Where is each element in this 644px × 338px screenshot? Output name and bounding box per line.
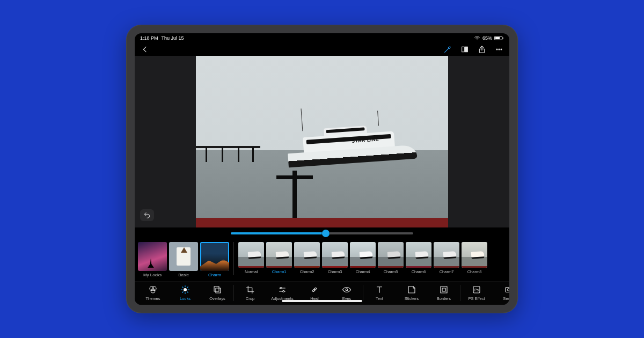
intensity-slider[interactable] (231, 232, 413, 234)
preset-thumb[interactable] (406, 242, 431, 268)
preset-charm8[interactable]: Charm8 (462, 242, 487, 274)
preset-label: Charm8 (467, 269, 482, 274)
tab-label: Stickers (405, 296, 419, 301)
home-indicator[interactable] (282, 300, 362, 302)
themes-icon (148, 285, 158, 295)
send-icon (504, 285, 509, 295)
undo-button[interactable] (140, 209, 154, 221)
preset-charm5[interactable]: Charm5 (378, 242, 404, 274)
preset-thumb[interactable] (378, 242, 404, 268)
status-date: Thu Jul 15 (162, 35, 184, 41)
status-time: 1:18 PM (140, 35, 158, 41)
tab-overlays[interactable]: Overlays (201, 282, 233, 305)
svg-point-17 (283, 291, 284, 292)
preset-thumb[interactable] (434, 242, 459, 268)
preset-charm6[interactable]: Charm6 (406, 242, 431, 274)
share-button[interactable] (477, 45, 487, 54)
preset-thumb[interactable] (266, 242, 292, 268)
svg-point-9 (501, 49, 502, 50)
tab-pseffect[interactable]: PsPS Effect (460, 282, 493, 305)
preset-thumb[interactable] (322, 242, 348, 268)
tab-looks[interactable]: Looks (169, 282, 201, 305)
tab-crop[interactable]: Crop (234, 282, 266, 305)
svg-point-0 (477, 39, 477, 40)
preset-charm3[interactable]: Charm3 (322, 242, 348, 274)
preset-label: Charm3 (328, 269, 342, 274)
preset-charm7[interactable]: Charm7 (434, 242, 459, 274)
filmstrip[interactable]: My LooksBasicCharmNormalCharm1Charm2Char… (135, 239, 509, 281)
tab-send[interactable]: Send t (493, 282, 509, 305)
svg-point-13 (184, 288, 187, 291)
looks-icon (180, 285, 190, 295)
preset-label: Charm5 (384, 269, 398, 274)
svg-point-11 (152, 286, 157, 291)
adjust-icon (277, 285, 287, 295)
preset-charm1[interactable]: Charm1 (266, 242, 292, 274)
tab-label: Overlays (209, 296, 225, 301)
category-thumb[interactable] (200, 242, 229, 271)
preset-thumb[interactable] (294, 242, 320, 268)
battery-icon (494, 35, 504, 41)
category-charm[interactable]: Charm (200, 242, 229, 277)
status-bar: 1:18 PM Thu Jul 15 65% (135, 33, 509, 42)
category-thumb[interactable] (169, 242, 198, 271)
svg-rect-2 (502, 37, 503, 39)
svg-point-16 (280, 288, 282, 289)
tab-label: Themes (145, 296, 160, 301)
auto-enhance-button[interactable] (443, 45, 452, 54)
category-mylooks[interactable]: My Looks (138, 242, 167, 277)
tab-text[interactable]: Text (363, 282, 396, 305)
photo-preview[interactable]: STAR LINE (196, 56, 448, 227)
more-button[interactable] (494, 45, 504, 54)
svg-rect-15 (216, 288, 221, 293)
category-label: My Looks (143, 273, 162, 277)
tab-label: Borders (437, 296, 451, 301)
filmstrip-divider (233, 242, 234, 275)
stickers-icon (407, 285, 416, 295)
preset-label: Charm1 (272, 269, 287, 274)
app-screen: 1:18 PM Thu Jul 15 65% (135, 33, 509, 305)
canvas: STAR LINE (135, 56, 509, 227)
compare-button[interactable] (460, 45, 470, 54)
intensity-slider-row (135, 227, 509, 239)
preset-normal[interactable]: Normal (238, 242, 264, 274)
preset-charm2[interactable]: Charm2 (294, 242, 320, 274)
svg-rect-14 (214, 286, 219, 291)
heal-icon (310, 285, 319, 295)
preset-thumb[interactable] (462, 242, 487, 268)
svg-point-7 (496, 49, 497, 50)
text-icon (375, 285, 384, 295)
borders-icon (439, 285, 449, 295)
tab-stickers[interactable]: Stickers (396, 282, 428, 305)
back-button[interactable] (140, 45, 150, 54)
svg-rect-3 (495, 37, 500, 39)
svg-rect-4 (462, 47, 465, 52)
tab-label: Crop (246, 296, 254, 301)
status-battery-pct: 65% (482, 35, 492, 41)
slider-thumb[interactable] (322, 230, 330, 237)
preset-thumb[interactable] (350, 242, 376, 268)
preset-thumb[interactable] (238, 242, 264, 268)
svg-point-8 (499, 49, 500, 50)
overlays-icon (213, 285, 222, 295)
wifi-icon (474, 35, 480, 41)
category-thumb[interactable] (138, 242, 167, 271)
tab-label: Text (376, 296, 383, 301)
crop-icon (245, 285, 255, 295)
svg-point-25 (508, 289, 509, 291)
tab-borders[interactable]: Borders (428, 282, 460, 305)
preset-charm4[interactable]: Charm4 (350, 242, 376, 274)
svg-text:Ps: Ps (474, 288, 479, 292)
category-basic[interactable]: Basic (169, 242, 198, 277)
tab-label: Send t (503, 296, 509, 301)
tab-label: PS Effect (468, 296, 485, 301)
top-toolbar (135, 42, 509, 56)
tab-themes[interactable]: Themes (137, 282, 169, 305)
svg-rect-21 (442, 288, 445, 291)
pseffect-icon: Ps (472, 285, 481, 295)
slider-fill (231, 232, 326, 234)
preset-label: Normal (245, 269, 258, 274)
svg-point-19 (346, 289, 348, 291)
svg-rect-5 (465, 47, 468, 52)
preset-label: Charm7 (440, 269, 454, 274)
